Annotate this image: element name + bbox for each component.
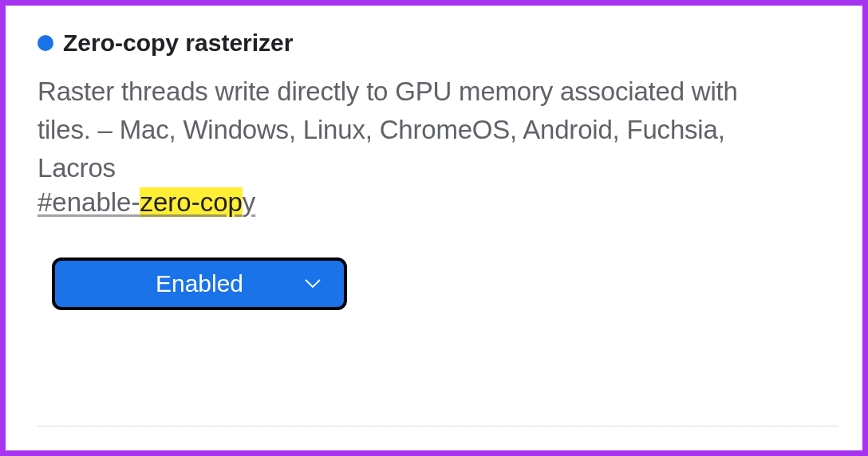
section-divider (37, 426, 838, 427)
chevron-down-icon (304, 278, 322, 289)
dropdown-selected-label: Enabled (156, 270, 243, 297)
flag-header: Zero-copy rasterizer (37, 29, 838, 57)
flag-anchor-link[interactable]: #enable-zero-copy (37, 187, 255, 218)
search-highlight: zero-cop (140, 187, 242, 217)
flag-title: Zero-copy rasterizer (63, 29, 293, 57)
anchor-prefix: #enable- (37, 187, 140, 217)
flag-description: Raster threads write directly to GPU mem… (37, 73, 756, 187)
status-dot-icon (37, 35, 53, 51)
anchor-suffix: y (243, 187, 256, 217)
flags-panel: Zero-copy rasterizer Raster threads writ… (0, 0, 868, 456)
flag-value-dropdown[interactable]: Enabled (52, 257, 347, 310)
